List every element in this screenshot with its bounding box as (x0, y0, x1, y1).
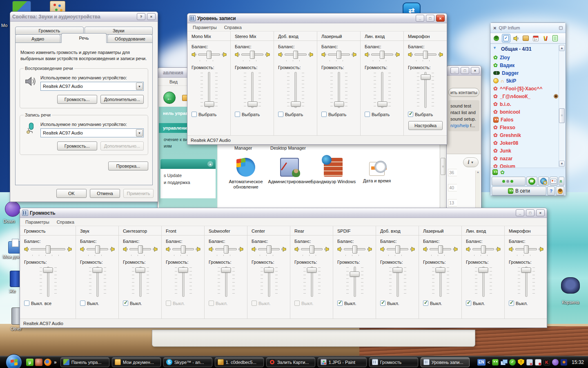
volume-slider[interactable] (208, 72, 210, 108)
scrollbar-thumb[interactable]: ≡ (559, 108, 565, 123)
contacts-icon[interactable] (492, 34, 501, 43)
volume-slider-thumb[interactable] (291, 101, 301, 107)
balance-slider-thumb[interactable] (46, 245, 51, 254)
contact-group-header[interactable]: ▼Общая - 4/31 (492, 45, 558, 54)
mute-checkbox[interactable] (123, 301, 128, 306)
volume-slider-thumb[interactable] (377, 101, 387, 107)
menu-view[interactable]: Вид (166, 79, 181, 85)
mute-checkbox[interactable] (509, 301, 514, 306)
volume-slider-thumb[interactable] (350, 272, 360, 277)
volume-slider-thumb[interactable] (136, 267, 145, 273)
menu-help[interactable]: Справка (220, 24, 245, 31)
settings-button[interactable]: Настройка (408, 121, 443, 130)
balance-slider[interactable] (129, 248, 151, 250)
help-button[interactable]: ? (547, 186, 555, 195)
cancel-button[interactable]: Отмена (90, 189, 120, 198)
quicklaunch-overflow-icon[interactable]: » (54, 359, 57, 365)
volume-slider[interactable] (354, 267, 356, 297)
profile-button[interactable] (556, 186, 564, 195)
minimize-icon[interactable]: _ (416, 15, 424, 22)
close-icon[interactable]: × (147, 13, 156, 20)
balance-slider[interactable] (172, 248, 194, 250)
desktop-icon-recycle-bin[interactable] (561, 277, 580, 294)
control-panel-item[interactable]: Автоматическое обновление (223, 158, 269, 190)
see-also-link[interactable]: s Update (164, 173, 182, 178)
start-button[interactable] (6, 354, 22, 368)
volume-slider[interactable] (252, 72, 254, 108)
balance-slider-thumb[interactable] (481, 245, 486, 254)
balance-slider-thumb[interactable] (181, 245, 186, 254)
mute-checkbox[interactable] (321, 112, 327, 117)
volume-slider[interactable] (338, 72, 340, 108)
dialog-titlebar[interactable]: Свойства: Звуки и аудиоустройства ? × (10, 12, 158, 22)
balance-slider[interactable] (472, 248, 494, 250)
download-master-tray-icon[interactable] (552, 359, 559, 366)
taskbar-task[interactable]: Громкость (369, 357, 418, 367)
wireless-tray-icon[interactable] (561, 359, 567, 366)
balance-slider[interactable] (430, 248, 451, 250)
scroll-down-icon[interactable]: ▼ (559, 161, 565, 167)
sidebar-link[interactable]: иям (164, 144, 172, 148)
contact-row[interactable]: ^^Fool-[$]-Xaoc^^ (492, 85, 558, 92)
contact-card-button[interactable] (550, 177, 558, 186)
taskbar-task[interactable]: Skype™ - an... (163, 357, 212, 367)
minimize-icon[interactable]: _ (516, 209, 524, 216)
security-warning-tray-icon[interactable] (518, 359, 524, 366)
close-icon[interactable]: × (493, 25, 497, 31)
contact-row[interactable]: _Г@л4оноК_ (492, 92, 558, 100)
contact-row[interactable]: b.i.o. (492, 100, 558, 108)
mute-checkbox[interactable] (466, 301, 471, 306)
group-collapse-icon[interactable]: ▼ (493, 46, 499, 52)
volume-slider[interactable] (225, 267, 227, 297)
mute-checkbox[interactable] (423, 301, 428, 306)
qip-status-icon[interactable] (492, 169, 498, 175)
pin-icon[interactable] (559, 26, 563, 30)
minimize-icon[interactable]: _ (450, 67, 459, 74)
see-also-header[interactable]: ▲ (160, 159, 216, 169)
sound-settings-icon[interactable] (512, 34, 520, 43)
volume-slider-thumb[interactable] (521, 267, 531, 273)
address-book-icon[interactable] (521, 34, 530, 43)
balance-slider[interactable] (414, 54, 437, 56)
maximize-icon[interactable]: □ (526, 209, 535, 216)
chevron-down-icon[interactable]: ▼ (136, 129, 143, 137)
close-icon[interactable]: × (436, 15, 445, 22)
scrollbar-thumb[interactable]: ≡ (441, 158, 445, 175)
calendar-icon[interactable] (531, 34, 540, 43)
mute-checkbox[interactable] (408, 112, 413, 117)
call-button[interactable]: ☎ (526, 177, 537, 186)
mute-checkbox[interactable] (24, 301, 29, 306)
balance-slider[interactable] (285, 54, 307, 56)
volume-slider-thumb[interactable] (393, 267, 403, 273)
download-master-quicklaunch-icon[interactable] (35, 359, 42, 366)
volume-slider-thumb[interactable] (204, 101, 214, 107)
balance-slider[interactable] (215, 248, 237, 250)
balance-slider[interactable] (387, 248, 408, 250)
mute-checkbox[interactable] (365, 112, 370, 117)
balance-slider[interactable] (301, 248, 323, 250)
control-panel-item[interactable]: Администрирование (267, 158, 312, 184)
help-icon[interactable]: ? (137, 13, 145, 20)
balance-slider-thumb[interactable] (336, 51, 341, 59)
ok-button[interactable]: OK (56, 189, 87, 198)
volume-slider[interactable] (182, 267, 184, 297)
qip-scrollbar[interactable]: ▲ ≡ ▼ (559, 45, 565, 167)
maximize-icon[interactable]: □ (426, 15, 434, 22)
balance-slider-thumb[interactable] (250, 51, 255, 59)
desktop-icon-download-master[interactable] (5, 201, 20, 217)
contact-row[interactable]: nazar (492, 155, 558, 162)
menu-options[interactable]: Параметры (22, 219, 53, 225)
sidebar-link[interactable]: очение к вид (164, 137, 190, 142)
close-icon[interactable]: × (471, 67, 479, 74)
tab-speech[interactable]: Речь (61, 33, 107, 43)
firefox-quicklaunch-icon[interactable] (44, 359, 51, 366)
taskbar-task[interactable]: Панель упра... (60, 357, 109, 367)
mute-checkbox[interactable] (337, 301, 343, 306)
volume-slider[interactable] (96, 267, 98, 297)
skype-titlebar[interactable]: _ □ × (447, 66, 481, 76)
control-panel-item[interactable]: Брандмауэр Windows (310, 158, 356, 184)
collapse-icon[interactable]: ▲ (207, 161, 213, 167)
recording-volume-button[interactable]: Громкость... (57, 141, 97, 150)
volume-slider-thumb[interactable] (334, 101, 344, 107)
language-indicator[interactable]: EN (477, 359, 486, 366)
